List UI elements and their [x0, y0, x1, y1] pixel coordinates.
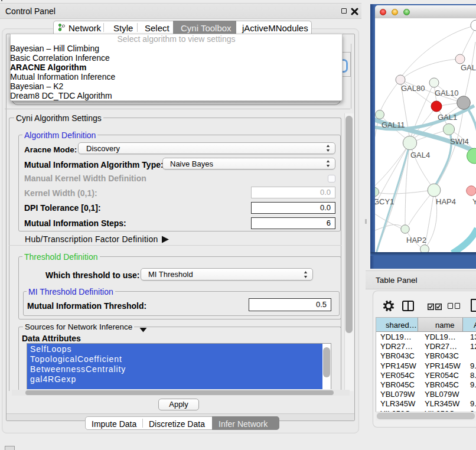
svg-text:GAL80: GAL80	[401, 84, 425, 93]
svg-text:SWI4: SWI4	[450, 137, 469, 146]
svg-text:GAL4: GAL4	[410, 151, 430, 159]
svg-text:GAL10: GAL10	[435, 89, 458, 97]
svg-text:HAP4: HAP4	[436, 197, 456, 206]
svg-text:HAP2: HAP2	[406, 236, 426, 244]
svg-text:GAL1: GAL1	[438, 113, 457, 122]
svg-text:GAL2: GAL2	[461, 63, 476, 72]
svg-text:GCY1: GCY1	[375, 197, 394, 206]
svg-text:Y: Y	[472, 197, 476, 206]
svg-text:GAL11: GAL11	[382, 120, 405, 129]
